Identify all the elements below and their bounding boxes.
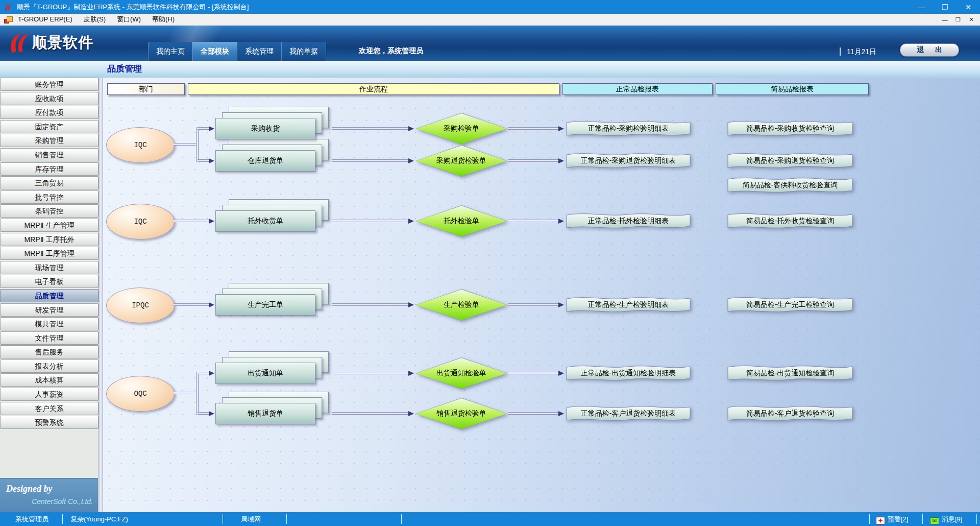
report-normal-production[interactable]: 正常品检-生产检验明细表 <box>566 295 691 315</box>
mdi-restore-button[interactable]: ❐ <box>952 15 964 25</box>
sidebar-item-triangle-trade[interactable]: 三角贸易 <box>0 176 99 189</box>
doc-label[interactable]: 出货通知单 <box>215 363 315 384</box>
minimize-button[interactable]: — <box>910 0 933 14</box>
sidebar-item-mrp2-outsourcing[interactable]: MRPⅡ 工序托外 <box>0 233 99 246</box>
mdi-minimize-button[interactable]: — <box>939 15 950 25</box>
doc-label[interactable]: 托外收货单 <box>215 210 315 232</box>
flow-connector <box>332 159 408 162</box>
sidebar-item-shopfloor[interactable]: 现场管理 <box>0 261 99 274</box>
titlebar: 顺景『T-GROUP』制造业ERP系统 - 东莞顺景软件科技有限公司 - [系统… <box>0 0 980 14</box>
sidebar-item-purchasing[interactable]: 采购管理 <box>0 134 99 147</box>
doc-label[interactable]: 销售退货单 <box>215 403 315 424</box>
inspection-purchase[interactable]: 采购检验单 <box>415 113 507 145</box>
sidebar-item-eboard[interactable]: 电子看板 <box>0 275 99 288</box>
sidebar-item-fixed-assets[interactable]: 固定资产 <box>0 120 99 133</box>
brand-name: 顺景软件 <box>32 33 93 53</box>
sidebar-item-mold[interactable]: 模具管理 <box>0 317 99 330</box>
app-logo-icon <box>4 3 13 12</box>
sidebar-item-lot-control[interactable]: 批号管控 <box>0 190 99 204</box>
flow-connector <box>332 372 408 374</box>
sidebar-item-payables[interactable]: 应付款项 <box>0 106 99 119</box>
brand-swoosh-icon <box>7 30 31 56</box>
status-alert[interactable]: ✚预警[2] <box>876 512 908 526</box>
exit-button[interactable]: 退 出 <box>900 43 959 57</box>
doc-sales-return[interactable]: 销售退货单 <box>215 403 315 424</box>
tab-my-documents[interactable]: 我的单据 <box>281 42 326 61</box>
doc-outsource-receipt[interactable]: 托外收货单 <box>215 210 315 232</box>
flow-arrowhead <box>408 126 414 131</box>
menu-tgroup-erp[interactable]: T-GROUP ERP(E) <box>12 14 78 26</box>
flow-arrowhead <box>209 411 214 416</box>
inspection-shipping-notice[interactable]: 出货通知检验单 <box>415 357 507 389</box>
flow-arrowhead <box>209 158 214 163</box>
status-message[interactable]: ✉消息[9] <box>930 512 962 526</box>
mdi-close-button[interactable]: ✕ <box>966 15 977 25</box>
sidebar-item-mrp2-production[interactable]: MRPⅡ 生产管理 <box>0 219 99 232</box>
report-normal-purchase-return[interactable]: 正常品检-采购退货检验明细表 <box>566 151 691 171</box>
doc-label[interactable]: 采购收货 <box>215 118 315 139</box>
header-date: 11月21日 <box>840 47 876 56</box>
flow-connector <box>508 159 558 162</box>
report-simple-purchase-receipt[interactable]: 简易品检-采购收货检验查询 <box>727 118 853 139</box>
sidebar-item-documents[interactable]: 文件管理 <box>0 331 99 345</box>
sidebar-item-alert-system[interactable]: 预警系统 <box>0 416 99 429</box>
form-icon <box>4 16 12 23</box>
tab-system-mgmt[interactable]: 系统管理 <box>237 42 281 61</box>
doc-shipping-notice[interactable]: 出货通知单 <box>215 363 315 384</box>
sidebar-item-hr-payroll[interactable]: 人事薪资 <box>0 388 99 401</box>
sidebar-item-sales[interactable]: 销售管理 <box>0 148 99 161</box>
close-button[interactable]: ✕ <box>957 0 980 14</box>
report-simple-shipping-notice[interactable]: 简易品检-出货通知检验查询 <box>727 363 853 384</box>
sidebar-item-rnd[interactable]: 研发管理 <box>0 303 99 317</box>
inspection-sales-return[interactable]: 销售退货检验单 <box>415 398 507 429</box>
doc-production-completion[interactable]: 生产完工单 <box>215 294 315 316</box>
report-normal-customer-return[interactable]: 正常品检-客户退货检验明细表 <box>566 403 691 424</box>
sidebar-item-accounting[interactable]: 账务管理 <box>0 78 99 91</box>
doc-label[interactable]: 生产完工单 <box>215 294 315 316</box>
message-label[interactable]: 消息[9] <box>942 515 962 523</box>
tab-all-modules[interactable]: 全部模块 <box>192 42 237 61</box>
doc-purchase-receipt[interactable]: 采购收货 <box>215 118 315 139</box>
report-normal-outsource[interactable]: 正常品检-托外检验明细表 <box>566 211 691 231</box>
inspection-purchase-return[interactable]: 采购退货检验单 <box>415 145 507 177</box>
sidebar-item-mrp2-process[interactable]: MRPⅡ 工序管理 <box>0 247 99 260</box>
dept-ellipse-iqc-1: IQC <box>106 127 175 163</box>
flow-connector <box>174 220 209 222</box>
report-simple-customer-return[interactable]: 简易品检-客户退货检验查询 <box>727 403 853 424</box>
flow-arrowhead <box>558 371 564 376</box>
menu-help[interactable]: 帮助(H) <box>146 14 180 26</box>
menu-window[interactable]: 窗口(W) <box>111 14 146 26</box>
sidebar-item-costing[interactable]: 成本核算 <box>0 373 99 387</box>
menubar: T-GROUP ERP(E) 皮肤(S) 窗口(W) 帮助(H) — ❐ ✕ <box>0 14 980 26</box>
report-normal-shipping-notice[interactable]: 正常品检-出货通知检验明细表 <box>566 363 691 384</box>
report-simple-outsource-receipt[interactable]: 简易品检-托外收货检验查询 <box>727 211 853 231</box>
doc-warehouse-return[interactable]: 仓库退货单 <box>215 150 315 172</box>
sidebar-item-report-analysis[interactable]: 报表分析 <box>0 360 99 373</box>
restore-button[interactable]: ❐ <box>933 0 957 14</box>
alert-label[interactable]: 预警[2] <box>888 515 908 523</box>
inspection-outsource[interactable]: 托外检验单 <box>415 205 507 237</box>
column-header-workflow: 作业流程 <box>188 83 559 95</box>
sidebar-item-quality[interactable]: 品质管理 <box>0 289 99 302</box>
flow-arrowhead <box>209 302 214 307</box>
report-simple-production-completion[interactable]: 简易品检-生产完工检验查询 <box>727 295 853 315</box>
flow-connector <box>508 372 558 374</box>
dept-ellipse-ipqc: IPQC <box>106 288 175 323</box>
report-simple-customer-material[interactable]: 简易品检-客供料收货检验查询 <box>727 175 853 196</box>
doc-label[interactable]: 仓库退货单 <box>215 150 315 172</box>
flow-arrowhead <box>209 126 214 131</box>
menu-skin[interactable]: 皮肤(S) <box>78 14 111 26</box>
app-header: 顺景软件 我的主页 全部模块 系统管理 我的单据 欢迎您，系统管理员 11月21… <box>0 26 980 61</box>
sidebar-item-receivables[interactable]: 应收款项 <box>0 92 99 105</box>
report-simple-purchase-return[interactable]: 简易品检-采购退货检验查询 <box>727 151 853 171</box>
welcome-text: 欢迎您，系统管理员 <box>359 46 423 56</box>
tab-my-home[interactable]: 我的主页 <box>148 42 192 61</box>
sidebar-item-crm[interactable]: 客户关系 <box>0 402 99 415</box>
sidebar-splitter[interactable] <box>99 78 103 512</box>
sidebar-item-inventory[interactable]: 库存管理 <box>0 162 99 176</box>
sidebar-item-after-sales[interactable]: 售后服务 <box>0 345 99 358</box>
status-user: 系统管理员 <box>15 512 48 526</box>
inspection-production[interactable]: 生产检验单 <box>415 289 507 321</box>
sidebar-item-barcode-control[interactable]: 条码管控 <box>0 204 99 218</box>
report-normal-purchase[interactable]: 正常品检-采购检验明细表 <box>566 118 691 139</box>
